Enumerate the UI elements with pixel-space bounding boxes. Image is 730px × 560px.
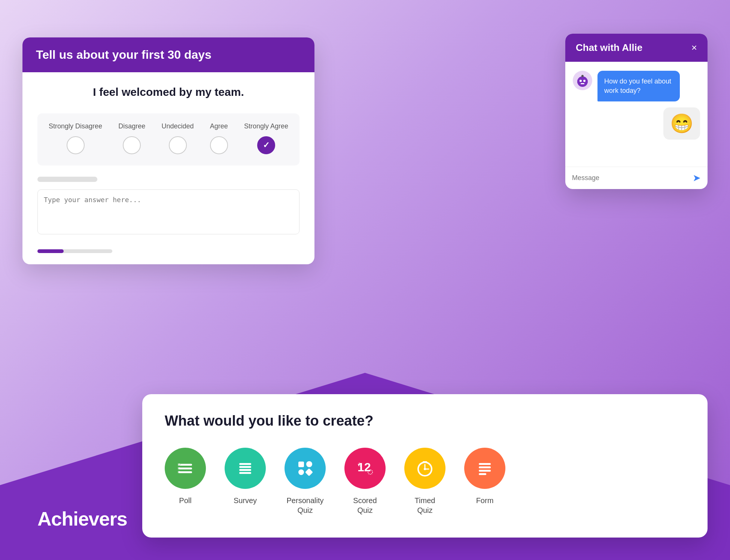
scored-quiz-label: ScoredQuiz	[353, 496, 377, 515]
poll-label: Poll	[179, 496, 191, 505]
timed-icon-svg	[414, 458, 435, 479]
svg-text:12: 12	[358, 460, 371, 474]
survey-card-header: Tell us about your first 30 days	[22, 37, 314, 72]
create-option-scored-quiz[interactable]: 12 ScoredQuiz	[344, 448, 386, 515]
create-option-personality-quiz[interactable]: PersonalityQuiz	[285, 448, 326, 515]
svg-rect-35	[479, 473, 486, 475]
survey-progress-fill	[37, 249, 64, 253]
likert-label-agree: Agree	[210, 122, 228, 130]
form-icon	[464, 448, 505, 489]
svg-rect-34	[479, 470, 491, 472]
svg-rect-6	[577, 80, 579, 83]
svg-text:✓: ✓	[179, 463, 181, 466]
svg-rect-23	[305, 468, 313, 476]
chat-input-row: ➤	[565, 167, 708, 189]
likert-label-disagree: Disagree	[118, 122, 145, 130]
chat-card: Chat with Allie × How do you feel about …	[565, 34, 708, 189]
radio-agree[interactable]	[210, 136, 228, 154]
radio-strongly-disagree[interactable]	[67, 136, 85, 154]
svg-rect-16	[239, 463, 251, 465]
svg-point-21	[306, 461, 312, 467]
chat-title: Chat with Allie	[576, 42, 642, 54]
create-options-list: ✓ Poll Survey	[165, 448, 685, 515]
survey-icon-svg	[235, 458, 256, 479]
svg-point-1	[580, 80, 582, 82]
personality-quiz-icon	[285, 448, 326, 489]
svg-point-31	[424, 468, 426, 470]
survey-question: I feel welcomed by my team.	[37, 86, 299, 98]
chat-close-button[interactable]: ×	[691, 42, 697, 54]
form-icon-svg	[474, 458, 495, 479]
radio-disagree[interactable]	[123, 136, 141, 154]
chat-header: Chat with Allie ×	[565, 34, 708, 62]
radio-strongly-agree[interactable]	[257, 136, 275, 154]
robot-icon	[575, 73, 590, 88]
chat-bot-bubble: How do you feel about work today?	[597, 71, 680, 101]
chat-message-input[interactable]	[572, 174, 688, 182]
scored-icon-svg: 12	[355, 458, 375, 479]
survey-label: Survey	[234, 496, 257, 505]
likert-label-undecided: Undecided	[161, 122, 194, 130]
likert-option-strongly-disagree[interactable]: Strongly Disagree	[49, 122, 102, 154]
svg-rect-18	[239, 469, 251, 471]
svg-rect-33	[479, 466, 491, 468]
svg-rect-22	[298, 469, 304, 475]
send-icon[interactable]: ➤	[693, 172, 701, 184]
svg-rect-15	[178, 471, 180, 473]
survey-card-body: I feel welcomed by my team. Strongly Dis…	[22, 72, 314, 249]
survey-progress-bar	[37, 249, 112, 253]
personality-quiz-label: PersonalityQuiz	[287, 496, 324, 515]
create-option-timed-quiz[interactable]: TimedQuiz	[404, 448, 445, 515]
chat-body: How do you feel about work today? 😁	[565, 62, 708, 167]
bot-avatar	[573, 71, 592, 90]
achievers-logo: Achievers	[37, 508, 127, 530]
svg-rect-14	[178, 467, 180, 469]
svg-rect-11	[179, 471, 192, 473]
poll-icon: ✓	[165, 448, 206, 489]
create-option-poll[interactable]: ✓ Poll	[165, 448, 206, 505]
svg-rect-28	[423, 461, 427, 463]
svg-rect-32	[479, 463, 491, 465]
create-option-survey[interactable]: Survey	[225, 448, 266, 505]
survey-card: Tell us about your first 30 days I feel …	[22, 37, 314, 264]
svg-rect-19	[239, 472, 251, 474]
scored-quiz-icon: 12	[344, 448, 386, 489]
poll-icon-svg: ✓	[175, 458, 196, 479]
timed-quiz-label: TimedQuiz	[415, 496, 435, 515]
svg-point-2	[583, 80, 585, 82]
create-option-form[interactable]: Form	[464, 448, 505, 505]
svg-rect-10	[179, 468, 192, 469]
personality-icon-svg	[295, 458, 316, 479]
likert-label-strongly-disagree: Strongly Disagree	[49, 122, 102, 130]
svg-rect-3	[581, 83, 584, 84]
survey-progress-label	[37, 177, 97, 182]
chat-bot-message-row: How do you feel about work today?	[573, 71, 700, 101]
likert-option-strongly-agree[interactable]: Strongly Agree	[244, 122, 288, 154]
svg-rect-20	[298, 462, 304, 467]
svg-rect-7	[586, 80, 588, 83]
likert-option-disagree[interactable]: Disagree	[118, 122, 145, 154]
chat-emoji-reply[interactable]: 😁	[663, 107, 700, 140]
svg-point-5	[581, 75, 584, 77]
timed-quiz-icon	[404, 448, 445, 489]
likert-label-strongly-agree: Strongly Agree	[244, 122, 288, 130]
form-label: Form	[476, 496, 494, 505]
create-card: What would you like to create? ✓ Poll	[142, 394, 708, 538]
radio-undecided[interactable]	[169, 136, 187, 154]
svg-rect-17	[239, 466, 251, 468]
survey-header-title: Tell us about your first 30 days	[36, 48, 301, 62]
create-card-title: What would you like to create?	[165, 413, 685, 429]
likert-option-agree[interactable]: Agree	[210, 122, 228, 154]
survey-icon	[225, 448, 266, 489]
survey-textarea[interactable]	[37, 189, 299, 234]
likert-scale: Strongly Disagree Disagree Undecided Agr…	[37, 113, 299, 165]
likert-option-undecided[interactable]: Undecided	[161, 122, 194, 154]
